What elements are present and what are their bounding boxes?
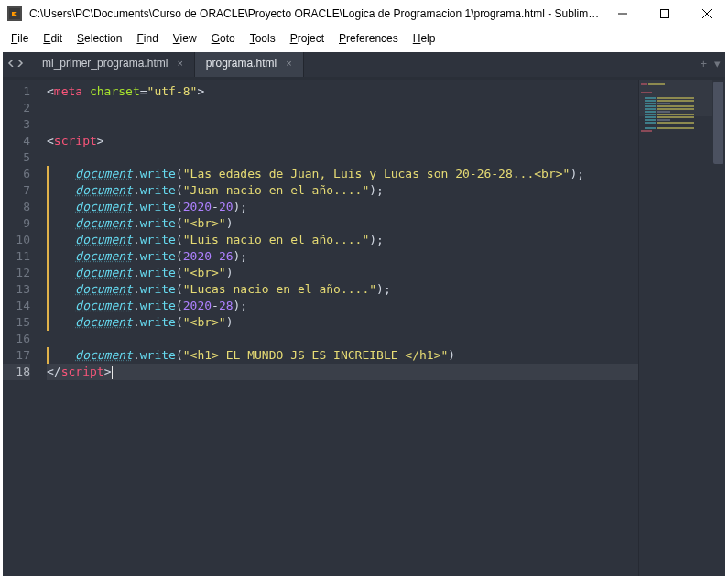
- line-number[interactable]: 18: [3, 364, 30, 380]
- line-number[interactable]: 14: [3, 298, 30, 314]
- menu-file[interactable]: File: [4, 29, 36, 48]
- code-line[interactable]: document.write("Luis nacio en el año....…: [47, 232, 638, 248]
- menu-view[interactable]: View: [166, 29, 204, 48]
- minimap-line: [641, 83, 647, 85]
- menu-project[interactable]: Project: [283, 29, 331, 48]
- tab-inactive[interactable]: mi_primer_programa.html ×: [31, 49, 195, 77]
- scrollbar-thumb[interactable]: [713, 82, 723, 164]
- code-line[interactable]: document.write("<br>"): [47, 215, 638, 232]
- code-line[interactable]: <meta charset="utf-8">: [47, 83, 638, 100]
- title-bar: C:\Users\PC\Documents\Curso de ORACLE\Pr…: [0, 0, 728, 27]
- line-number[interactable]: 10: [3, 232, 30, 248]
- line-number[interactable]: 12: [3, 265, 30, 281]
- minimap-line: [657, 122, 694, 124]
- minimap-line: [657, 114, 694, 115]
- minimap-line: [645, 97, 656, 99]
- minimap-line: [648, 83, 665, 85]
- tab-label: mi_primer_programa.html: [42, 57, 168, 70]
- line-number[interactable]: 6: [3, 166, 30, 182]
- minimap-line: [645, 111, 656, 113]
- line-number[interactable]: 8: [3, 199, 30, 215]
- line-number[interactable]: 7: [3, 182, 30, 199]
- minimap-line: [641, 92, 652, 93]
- code-line[interactable]: <script>: [47, 133, 638, 149]
- minimap-line: [657, 103, 670, 104]
- menu-edit[interactable]: Edit: [36, 29, 70, 48]
- code-line[interactable]: [47, 116, 638, 133]
- minimap-line: [657, 111, 670, 113]
- minimap-line: [657, 100, 694, 102]
- minimap-line: [645, 122, 656, 124]
- line-number[interactable]: 3: [3, 116, 30, 133]
- minimap-line: [645, 108, 656, 110]
- minimap-line: [641, 130, 652, 132]
- tab-bar: mi_primer_programa.html × programa.html …: [0, 49, 728, 77]
- line-number-gutter[interactable]: 123456789101112131415161718: [3, 80, 38, 576]
- code-line[interactable]: </script>: [47, 364, 638, 380]
- tab-overflow[interactable]: +▾: [700, 49, 728, 77]
- chevron-down-icon[interactable]: ▾: [714, 57, 721, 71]
- code-line[interactable]: document.write("<h1> EL MUNDO JS ES INCR…: [47, 347, 638, 364]
- line-number[interactable]: 4: [3, 133, 30, 149]
- minimap-line: [657, 105, 694, 107]
- window-controls: [602, 0, 728, 27]
- code-line[interactable]: [47, 149, 638, 166]
- minimap-line: [645, 114, 656, 115]
- minimap-line: [657, 108, 694, 110]
- menu-bar: File Edit Selection Find View Goto Tools…: [0, 27, 728, 49]
- tab-close-icon[interactable]: ×: [286, 58, 291, 69]
- code-line[interactable]: document.write(2020-20);: [47, 199, 638, 215]
- minimap-line: [657, 116, 694, 118]
- tab-label: programa.html: [206, 57, 277, 70]
- minimize-button[interactable]: [602, 0, 644, 27]
- code-line[interactable]: document.write("Juan nacio en el año....…: [47, 182, 638, 199]
- minimap-line: [645, 100, 656, 102]
- tab-nav-arrows[interactable]: [0, 49, 31, 77]
- menu-preferences[interactable]: Preferences: [331, 29, 406, 48]
- window-title: C:\Users\PC\Documents\Curso de ORACLE\Pr…: [29, 7, 602, 20]
- code-line[interactable]: document.write("Las edades de Juan, Luis…: [47, 166, 638, 182]
- menu-find[interactable]: Find: [129, 29, 165, 48]
- svg-rect-2: [661, 10, 669, 18]
- code-area: 123456789101112131415161718 <meta charse…: [3, 80, 725, 576]
- minimap-line: [645, 105, 656, 107]
- menu-goto[interactable]: Goto: [204, 29, 243, 48]
- code-editor[interactable]: <meta charset="utf-8"> <script> document…: [38, 80, 638, 576]
- code-line[interactable]: document.write("<br>"): [47, 265, 638, 281]
- tab-active[interactable]: programa.html ×: [195, 49, 304, 77]
- code-line[interactable]: [47, 100, 638, 116]
- menu-help[interactable]: Help: [406, 29, 443, 48]
- line-number[interactable]: 2: [3, 100, 30, 116]
- menu-selection[interactable]: Selection: [70, 29, 129, 48]
- minimap-line: [645, 103, 656, 104]
- minimap-line: [657, 127, 694, 129]
- code-line[interactable]: document.write(2020-26);: [47, 248, 638, 265]
- editor-shell: mi_primer_programa.html × programa.html …: [0, 49, 728, 579]
- minimap-line: [645, 119, 656, 121]
- minimap-line: [657, 97, 694, 99]
- line-number[interactable]: 15: [3, 314, 30, 331]
- svg-rect-0: [9, 8, 20, 19]
- code-line[interactable]: document.write("Lucas nacio en el año...…: [47, 281, 638, 298]
- minimap-line: [645, 127, 656, 129]
- menu-tools[interactable]: Tools: [243, 29, 283, 48]
- minimap[interactable]: [638, 80, 712, 576]
- tab-close-icon[interactable]: ×: [177, 58, 182, 69]
- code-line[interactable]: [47, 331, 638, 347]
- close-button[interactable]: [686, 0, 728, 27]
- code-line[interactable]: document.write(2020-28);: [47, 298, 638, 314]
- minimap-line: [657, 119, 670, 121]
- line-number[interactable]: 16: [3, 331, 30, 347]
- vertical-scrollbar[interactable]: [712, 80, 725, 576]
- maximize-button[interactable]: [644, 0, 686, 27]
- minimap-line: [645, 116, 656, 118]
- line-number[interactable]: 9: [3, 215, 30, 232]
- line-number[interactable]: 11: [3, 248, 30, 265]
- line-number[interactable]: 13: [3, 281, 30, 298]
- line-number[interactable]: 5: [3, 149, 30, 166]
- code-line[interactable]: document.write("<br>"): [47, 314, 638, 331]
- line-number[interactable]: 17: [3, 347, 30, 364]
- line-number[interactable]: 1: [3, 83, 30, 100]
- app-icon: [7, 6, 22, 21]
- plus-icon[interactable]: +: [700, 57, 707, 71]
